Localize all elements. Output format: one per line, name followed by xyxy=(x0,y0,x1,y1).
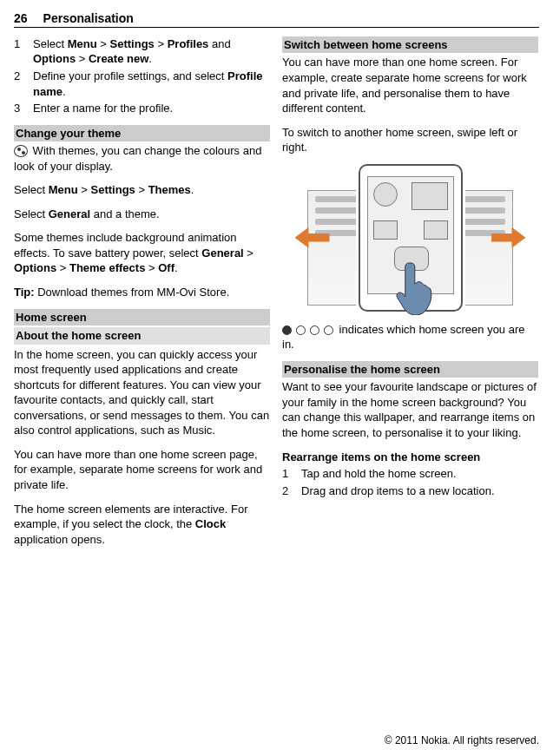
step-number: 3 xyxy=(14,101,33,116)
step-number: 1 xyxy=(282,466,301,482)
theme-path: Select Menu > Settings > Themes. xyxy=(14,182,270,198)
swipe-illustration xyxy=(293,164,528,312)
section-subheading-about: About the home screen xyxy=(14,327,270,345)
left-column: 1 Select Menu > Settings > Profiles and … xyxy=(14,36,270,555)
page-indicator-icon xyxy=(282,325,333,335)
about-home-p3: The home screen elements are interactive… xyxy=(14,502,270,548)
step-text: Enter a name for the profile. xyxy=(33,101,270,116)
section-heading-home-screen: Home screen xyxy=(14,309,270,326)
step-text: Drag and drop items to a new location. xyxy=(301,483,538,499)
list-item: 3 Enter a name for the profile. xyxy=(14,101,270,116)
section-heading-change-theme: Change your theme xyxy=(14,125,270,142)
arrow-left-icon xyxy=(295,227,330,248)
page-number: 26 xyxy=(14,10,28,27)
hand-icon xyxy=(393,261,435,315)
theme-effects: Some themes include background animation… xyxy=(14,230,270,276)
right-column: Switch between home screens You can have… xyxy=(282,36,538,555)
switch-p2: To switch to another home screen, swipe … xyxy=(282,125,538,155)
palette-icon xyxy=(14,145,28,157)
step-text: Define your profile settings, and select… xyxy=(33,69,270,99)
step-number: 2 xyxy=(282,483,301,499)
list-item: 2 Drag and drop items to a new location. xyxy=(282,483,538,499)
content-columns: 1 Select Menu > Settings > Profiles and … xyxy=(14,36,539,555)
chapter-title: Personalisation xyxy=(43,10,134,27)
copyright-footer: © 2011 Nokia. All rights reserved. xyxy=(385,733,539,747)
list-item: 1 Tap and hold the home screen. xyxy=(282,466,538,482)
about-home-p2: You can have more than one home screen p… xyxy=(14,447,270,493)
about-home-p1: In the home screen, you can quickly acce… xyxy=(14,347,270,438)
theme-tip: Tip: Download themes from MM-Ovi Store. xyxy=(14,285,270,300)
rearrange-title: Rearrange items on the home screen xyxy=(282,450,538,465)
page-header: 26 Personalisation xyxy=(14,10,539,28)
section-heading-personalise: Personalise the home screen xyxy=(282,361,538,378)
step-text: Tap and hold the home screen. xyxy=(301,466,538,482)
switch-p1: You can have more than one home screen. … xyxy=(282,55,538,115)
list-item: 2 Define your profile settings, and sele… xyxy=(14,69,270,99)
list-item: 1 Select Menu > Settings > Profiles and … xyxy=(14,36,270,67)
step-number: 2 xyxy=(14,69,33,99)
theme-select-general: Select General and a theme. xyxy=(14,207,270,222)
theme-intro: With themes, you can change the colours … xyxy=(14,143,270,174)
personalise-p1: Want to see your favourite landscape or … xyxy=(282,379,538,440)
arrow-right-icon xyxy=(491,227,526,248)
step-number: 1 xyxy=(14,36,33,67)
step-text: Select Menu > Settings > Profiles and Op… xyxy=(33,36,270,67)
section-heading-switch: Switch between home screens xyxy=(282,36,538,54)
indicator-text: indicates which home screen you are in. xyxy=(282,322,538,352)
